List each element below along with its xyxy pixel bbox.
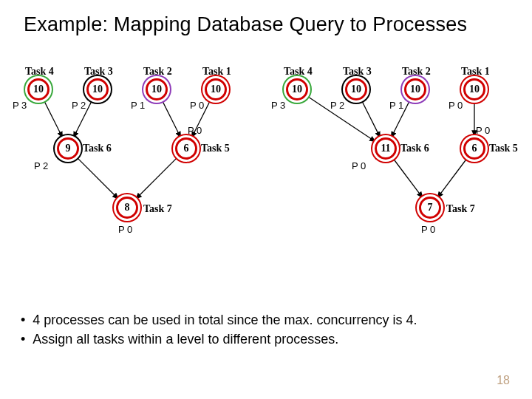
task-label: Task 4	[25, 66, 54, 78]
task-label: Task 1	[461, 66, 490, 78]
process-label: P 2	[34, 160, 48, 171]
task-label: Task 7	[446, 203, 475, 215]
process-label: P 0	[421, 224, 435, 235]
svg-line-10	[392, 157, 423, 197]
bullet-item: Assign all tasks within a level to diffe…	[21, 330, 417, 349]
graph-node: 10	[86, 78, 109, 100]
edges-svg	[0, 63, 532, 270]
task-label: Task 6	[400, 143, 429, 154]
process-label: P 2	[72, 100, 86, 111]
svg-line-4	[76, 157, 118, 199]
process-label: P 0	[188, 125, 202, 136]
graph-node: 10	[146, 78, 168, 100]
page-title: Example: Mapping Database Query to Proce…	[0, 0, 532, 36]
process-label: P 1	[389, 100, 403, 111]
diagram-area: Task 410P 3Task 310P 2Task 210P 1Task 11…	[0, 63, 532, 270]
bullet-item: 4 processes can be used in total since t…	[21, 310, 417, 330]
process-label: P 0	[476, 125, 490, 136]
task-label: Task 3	[84, 66, 113, 78]
task-label: Task 6	[83, 143, 112, 154]
graph-node: 10	[27, 78, 50, 100]
svg-line-2	[162, 99, 181, 137]
process-label: P 0	[352, 160, 366, 171]
task-label: Task 3	[343, 66, 372, 78]
svg-line-7	[361, 99, 381, 137]
graph-node: 6	[175, 137, 197, 160]
svg-line-5	[136, 157, 178, 199]
graph-node: 10	[463, 78, 485, 100]
process-label: P 0	[190, 100, 204, 111]
process-label: P 3	[271, 100, 285, 111]
task-label: Task 4	[284, 66, 313, 78]
task-label: Task 2	[402, 66, 431, 78]
graph-node: 10	[286, 78, 308, 100]
task-label: Task 1	[202, 66, 231, 78]
task-label: Task 7	[143, 203, 172, 215]
graph-node: 10	[345, 78, 367, 100]
graph-node: 8	[116, 197, 138, 219]
graph-node: 10	[404, 78, 426, 100]
svg-line-0	[44, 99, 63, 137]
graph-node: 6	[463, 137, 485, 160]
process-label: P 2	[330, 100, 344, 111]
process-label: P 3	[13, 100, 27, 111]
process-label: P 0	[118, 224, 132, 235]
graph-node: 7	[419, 197, 441, 219]
task-label: Task 5	[201, 143, 230, 154]
graph-node: 10	[205, 78, 227, 100]
graph-node: 11	[375, 137, 397, 160]
task-label: Task 2	[143, 66, 172, 78]
svg-line-11	[437, 157, 468, 197]
process-label: P 0	[449, 100, 463, 111]
task-label: Task 5	[489, 143, 518, 154]
bullet-list: 4 processes can be used in total since t…	[21, 310, 417, 349]
process-label: P 1	[131, 100, 145, 111]
graph-node: 9	[57, 137, 79, 160]
page-number: 18	[497, 374, 510, 387]
